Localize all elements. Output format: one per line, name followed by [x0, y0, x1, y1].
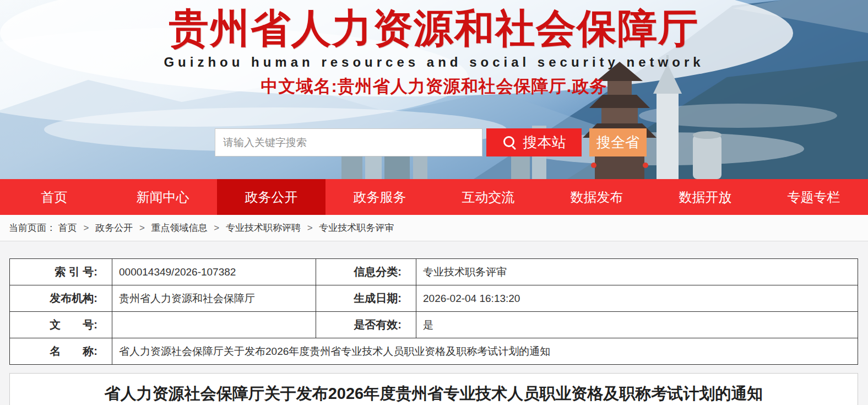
- meta-table: 索 引 号: 000014349/2026-107382 信息分类: 专业技术职…: [9, 258, 858, 365]
- nav-item-open-data[interactable]: 数据开放: [651, 179, 760, 215]
- search-input[interactable]: [215, 128, 482, 156]
- table-row: 发布机构: 贵州省人力资源和社会保障厅 生成日期: 2026-02-04 16:…: [10, 285, 858, 312]
- breadcrumb-item-title-appointment[interactable]: 专业技术职称评聘: [226, 223, 301, 233]
- breadcrumb-separator: >: [307, 223, 313, 233]
- nav-item-data-release[interactable]: 数据发布: [542, 179, 651, 215]
- generated-date-label: 生成日期:: [316, 285, 416, 312]
- site-domain-line: 中文域名:贵州省人力资源和社会保障厅.政务: [0, 75, 868, 98]
- nav-item-gov-service[interactable]: 政务服务: [326, 179, 434, 215]
- nav-item-interaction[interactable]: 互动交流: [434, 179, 542, 215]
- generated-date-value: 2026-02-04 16:13:20: [416, 285, 858, 312]
- breadcrumb-separator: >: [214, 223, 219, 233]
- nav-item-gov-info[interactable]: 政务公开: [217, 179, 326, 215]
- breadcrumb-prefix: 当前页面：: [9, 223, 56, 233]
- doc-title-label: 名 称:: [10, 338, 112, 365]
- search-bar: 搜本站 搜全省: [215, 128, 647, 156]
- validity-value: 是: [416, 312, 858, 338]
- info-category-value: 专业技术职务评审: [416, 259, 858, 285]
- breadcrumb-item-gov-info[interactable]: 政务公开: [95, 223, 133, 233]
- publisher-label: 发布机构:: [10, 285, 112, 312]
- table-row: 名 称: 省人力资源社会保障厅关于发布2026年度贵州省专业技术人员职业资格及职…: [10, 338, 858, 365]
- article-title: 省人力资源社会保障厅关于发布2026年度贵州省专业技术人员职业资格及职称考试计划…: [10, 383, 858, 405]
- validity-label: 是否有效:: [316, 312, 416, 338]
- nav-item-home[interactable]: 首页: [0, 179, 109, 215]
- nav-item-special-topics[interactable]: 专题专栏: [760, 179, 868, 215]
- article-card: 省人力资源社会保障厅关于发布2026年度贵州省专业技术人员职业资格及职称考试计划…: [9, 373, 858, 405]
- search-province-button[interactable]: 搜全省: [589, 128, 647, 156]
- info-category-label: 信息分类:: [316, 259, 416, 285]
- content-area: 索 引 号: 000014349/2026-107382 信息分类: 专业技术职…: [0, 241, 868, 405]
- doc-title-value: 省人力资源社会保障厅关于发布2026年度贵州省专业技术人员职业资格及职称考试计划…: [112, 338, 858, 365]
- index-number-label: 索 引 号:: [10, 259, 112, 285]
- table-row: 索 引 号: 000014349/2026-107382 信息分类: 专业技术职…: [10, 259, 858, 285]
- breadcrumb-item-home[interactable]: 首页: [58, 223, 77, 233]
- site-banner: 贵州省人力资源和社会保障厅 Guizhou human resources an…: [0, 0, 868, 179]
- search-site-label: 搜本站: [523, 133, 566, 152]
- breadcrumb-separator: >: [83, 223, 89, 233]
- index-number-value: 000014349/2026-107382: [112, 259, 316, 285]
- breadcrumb: 当前页面： 首页 > 政务公开 > 重点领域信息 > 专业技术职称评聘 > 专业…: [0, 215, 868, 241]
- table-row: 文 号: 是否有效: 是: [10, 312, 858, 338]
- nav-item-news[interactable]: 新闻中心: [109, 179, 217, 215]
- publisher-value: 贵州省人力资源和社会保障厅: [112, 285, 316, 312]
- breadcrumb-item-title-review[interactable]: 专业技术职务评审: [319, 223, 394, 233]
- site-title: 贵州省人力资源和社会保障厅: [0, 6, 868, 51]
- search-site-button[interactable]: 搜本站: [486, 128, 582, 156]
- breadcrumb-separator: >: [139, 223, 145, 233]
- breadcrumb-item-key-areas[interactable]: 重点领域信息: [151, 223, 208, 233]
- site-subtitle-en: Guizhou human resources and social secur…: [0, 55, 868, 70]
- main-nav: 首页 新闻中心 政务公开 政务服务 互动交流 数据发布 数据开放 专题专栏: [0, 179, 868, 215]
- doc-number-value: [112, 312, 316, 338]
- doc-number-label: 文 号:: [10, 312, 112, 338]
- search-icon: [502, 135, 518, 150]
